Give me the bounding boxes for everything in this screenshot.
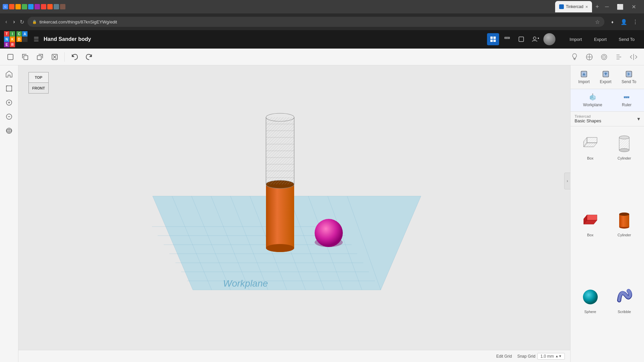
import-panel-label: Import bbox=[578, 79, 590, 84]
logo-i: I bbox=[10, 31, 15, 37]
tab-close-icon[interactable]: ✕ bbox=[585, 5, 588, 9]
fit-view-button[interactable] bbox=[3, 82, 15, 95]
address-bar[interactable]: 🔒 tinkercad.com/things/87knSigEYWg/edit … bbox=[28, 17, 604, 27]
perspective-button[interactable] bbox=[3, 124, 15, 137]
header-right bbox=[487, 33, 555, 45]
tinkercad-logo: T I N K E R C A D bbox=[4, 31, 28, 47]
panel-collapse-handle[interactable]: › bbox=[564, 173, 570, 189]
paste-button[interactable] bbox=[34, 51, 46, 63]
svg-rect-5 bbox=[519, 37, 524, 42]
ruler-button[interactable]: Ruler bbox=[619, 92, 634, 109]
grid-view-button[interactable] bbox=[487, 33, 499, 45]
shape-sphere[interactable]: Sphere bbox=[573, 283, 607, 359]
shapes-panel-header: Tinkercad Basic Shapes ▾ bbox=[571, 112, 644, 126]
svg-point-47 bbox=[266, 244, 294, 252]
send-to-panel-label: Send To bbox=[622, 79, 636, 84]
svg-point-95 bbox=[619, 148, 629, 152]
edit-grid-button[interactable]: Edit Grid bbox=[496, 354, 512, 359]
close-button[interactable]: ✕ bbox=[629, 4, 639, 10]
scene-viewport[interactable]: Workplane bbox=[18, 65, 570, 362]
shape-scribble[interactable]: Scribble bbox=[607, 283, 642, 359]
svg-marker-76 bbox=[592, 94, 593, 94]
send-to-button[interactable]: Send To bbox=[613, 35, 640, 44]
logo-empty bbox=[22, 37, 28, 42]
shape-cylinder-wire-label: Cylinder bbox=[618, 156, 631, 160]
back-button[interactable]: ‹ bbox=[4, 17, 8, 26]
svg-point-13 bbox=[603, 56, 605, 58]
maximize-button[interactable]: ⬜ bbox=[614, 4, 626, 10]
logo-d: D bbox=[16, 37, 22, 42]
import-panel-button[interactable]: Import bbox=[576, 69, 592, 85]
group-button[interactable] bbox=[598, 51, 610, 63]
bottom-bar: Edit Grid Snap Grid 1.0 mm ▲▼ bbox=[18, 350, 570, 362]
hamburger-menu-icon[interactable]: ☰ bbox=[34, 36, 39, 43]
snap-value-input[interactable]: 1.0 mm ▲▼ bbox=[537, 353, 565, 360]
copy-button[interactable] bbox=[19, 51, 32, 63]
settings-icon[interactable]: ⋮ bbox=[631, 17, 640, 26]
ruler-view-button[interactable] bbox=[501, 33, 513, 45]
shape-cylinder-solid-label: Cylinder bbox=[618, 233, 631, 237]
svg-point-6 bbox=[533, 37, 536, 40]
logo-a: A bbox=[22, 31, 28, 37]
export-panel-button[interactable]: Export bbox=[597, 69, 614, 85]
redo-button[interactable] bbox=[83, 51, 96, 63]
zoom-in-button[interactable] bbox=[3, 96, 15, 109]
profile-icon[interactable]: 👤 bbox=[619, 17, 629, 26]
toolbar-separator bbox=[64, 52, 65, 62]
add-person-button[interactable] bbox=[529, 33, 541, 45]
snap-value-text: 1.0 mm bbox=[540, 354, 554, 359]
send-to-panel-button[interactable]: Send To bbox=[619, 69, 639, 85]
shapes-grid: Box bbox=[571, 126, 644, 362]
svg-point-66 bbox=[315, 219, 343, 247]
svg-marker-88 bbox=[584, 141, 594, 147]
reload-button[interactable]: ↻ bbox=[20, 19, 24, 25]
svg-rect-2 bbox=[490, 40, 493, 42]
svg-rect-94 bbox=[619, 137, 629, 150]
shape-cylinder-wire[interactable]: Cylinder bbox=[607, 129, 642, 206]
lock-icon: 🔒 bbox=[32, 20, 37, 24]
delete-button[interactable] bbox=[48, 51, 61, 63]
main-area: TOP FRONT bbox=[0, 65, 644, 362]
notifications-button[interactable] bbox=[515, 33, 527, 45]
logo-n: N bbox=[4, 37, 9, 42]
import-button[interactable]: Import bbox=[564, 35, 587, 44]
svg-point-108 bbox=[583, 290, 598, 304]
active-tab[interactable]: Tinkercad ✕ bbox=[555, 1, 592, 12]
shape-box-wire[interactable]: Box bbox=[573, 129, 607, 206]
shape-cylinder-solid[interactable]: Cylinder bbox=[607, 206, 642, 283]
export-button[interactable]: Export bbox=[589, 35, 612, 44]
undo-button[interactable] bbox=[68, 51, 81, 63]
snap-grid-control: Snap Grid 1.0 mm ▲▼ bbox=[517, 353, 565, 360]
user-avatar[interactable] bbox=[543, 33, 555, 45]
toolbar bbox=[0, 49, 644, 65]
home-view-button[interactable] bbox=[3, 68, 15, 81]
toolbar-right bbox=[568, 51, 640, 63]
project-title: Hand Sander body bbox=[44, 36, 484, 42]
workplane-button[interactable]: Workplane bbox=[580, 92, 605, 109]
minimize-button[interactable]: ─ bbox=[602, 4, 611, 10]
forward-button[interactable]: › bbox=[12, 17, 16, 26]
logo-k: K bbox=[10, 37, 15, 42]
logo-r: R bbox=[10, 42, 15, 47]
zoom-out-button[interactable] bbox=[3, 110, 15, 123]
align-button[interactable] bbox=[612, 51, 625, 63]
url-text: tinkercad.com/things/87knSigEYWg/edit bbox=[40, 19, 117, 24]
svg-rect-7 bbox=[8, 54, 13, 60]
svg-rect-14 bbox=[6, 86, 12, 91]
mirror-button[interactable] bbox=[627, 51, 640, 63]
shapes-dropdown-button[interactable]: ▾ bbox=[637, 116, 640, 122]
bookmark-icon[interactable]: ☆ bbox=[595, 19, 600, 25]
canvas-area[interactable]: TOP FRONT bbox=[18, 65, 570, 362]
svg-point-12 bbox=[601, 54, 607, 60]
shape-tool-button[interactable] bbox=[583, 51, 596, 63]
light-bulb-button[interactable] bbox=[568, 51, 581, 63]
svg-rect-106 bbox=[619, 214, 629, 227]
shape-box-solid[interactable]: Box bbox=[573, 206, 607, 283]
svg-rect-1 bbox=[493, 37, 496, 39]
snap-dropdown-icon[interactable]: ▲▼ bbox=[555, 354, 562, 358]
new-tab-button[interactable]: + bbox=[593, 3, 602, 10]
new-shape-button[interactable] bbox=[4, 51, 17, 63]
shape-box-wire-label: Box bbox=[587, 156, 593, 160]
svg-text:Workplane: Workplane bbox=[223, 278, 268, 289]
extensions-icon[interactable]: ⬧ bbox=[608, 17, 617, 26]
